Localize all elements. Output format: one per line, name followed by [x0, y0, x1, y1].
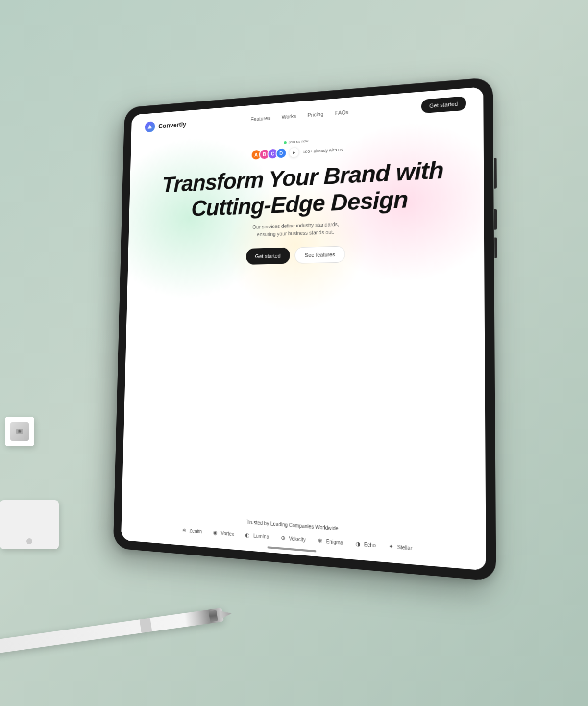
lumina-icon: ◐ [245, 531, 251, 539]
svg-marker-0 [148, 125, 152, 129]
join-dot [284, 141, 287, 144]
nav-links: Features Works Pricing FAQs [250, 109, 348, 123]
vortex-icon: ◉ [212, 529, 219, 536]
trusted-title: Trusted by Leading Companies Worldwide [135, 511, 468, 541]
ipad-frame: Convertly Features Works Pricing FAQs Ge… [113, 77, 496, 581]
company-vortex: ◉ Vortex [212, 529, 234, 538]
company-echo: ◑ Echo [354, 540, 376, 549]
ipad-power-button [494, 158, 497, 189]
company-zenith: ❋ Zenith [181, 527, 202, 535]
logo-icon [145, 121, 155, 132]
scene: Convertly Features Works Pricing FAQs Ge… [0, 0, 588, 706]
hero-see-features-button[interactable]: See features [294, 246, 345, 263]
camera-screw [26, 538, 32, 544]
apple-pencil [0, 608, 224, 657]
velocity-icon: ⊕ [280, 534, 287, 542]
camera-lens [5, 417, 34, 446]
company-lumina: ◐ Lumina [245, 531, 269, 540]
ipad-device: Convertly Features Works Pricing FAQs Ge… [113, 77, 496, 581]
nav-get-started-button[interactable]: Get started [421, 96, 466, 113]
hero-get-started-button[interactable]: Get started [246, 247, 290, 264]
home-indicator [268, 546, 317, 552]
hero-section: Join us now A B C D ▶ 100+ alrea [122, 117, 486, 526]
zenith-icon: ❋ [181, 527, 187, 534]
hero-subtitle: Our services define industry standards, … [244, 221, 348, 239]
join-label: Join us now [284, 139, 308, 145]
nav-pricing[interactable]: Pricing [307, 111, 323, 118]
echo-icon: ◑ [354, 540, 362, 548]
nav-works[interactable]: Works [282, 113, 296, 120]
company-enigma: ❋ Enigma [317, 537, 343, 546]
website-content: Convertly Features Works Pricing FAQs Ge… [121, 87, 486, 571]
avatar-4: D [275, 147, 287, 159]
camera-body [0, 500, 59, 549]
ipad-volume-down [494, 237, 497, 258]
stellar-icon: ✦ [387, 542, 394, 550]
company-stellar: ✦ Stellar [387, 542, 412, 552]
play-button[interactable]: ▶ [289, 147, 299, 158]
company-logos: ❋ Zenith ◉ Vortex ◐ Lumina [135, 523, 468, 556]
enigma-icon: ❋ [317, 537, 323, 545]
pencil-stripe [140, 618, 152, 633]
nav-features[interactable]: Features [250, 115, 270, 122]
camera-lens-inner [10, 422, 29, 441]
camera-object [0, 451, 78, 549]
svg-point-3 [19, 430, 21, 432]
company-velocity: ⊕ Velocity [280, 534, 306, 543]
nav-faqs[interactable]: FAQs [335, 109, 348, 116]
social-proof-text: 100+ already with us [303, 147, 343, 154]
trusted-section: Trusted by Leading Companies Worldwide ❋… [121, 501, 486, 571]
logo: Convertly [145, 119, 186, 132]
ipad-screen: Convertly Features Works Pricing FAQs Ge… [121, 87, 486, 571]
ipad-volume-up [494, 209, 497, 229]
pencil-tip [220, 608, 233, 620]
hero-buttons: Get started See features [246, 246, 346, 265]
avatar-stack: A B C D [250, 148, 284, 161]
logo-text: Convertly [158, 121, 186, 130]
pencil-connector [209, 610, 218, 622]
